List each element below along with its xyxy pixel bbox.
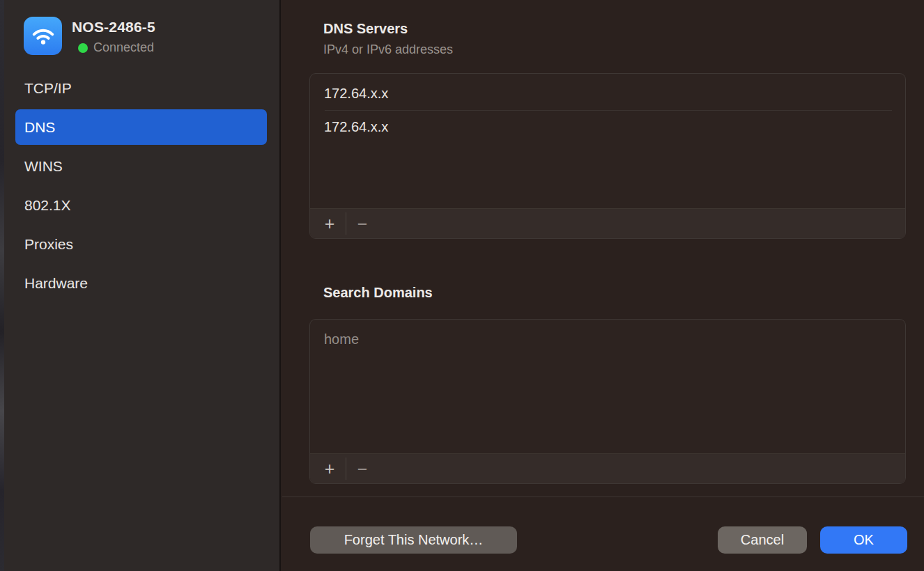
ok-button[interactable]: OK	[820, 526, 907, 554]
sidebar-item-label: DNS	[24, 119, 55, 136]
remove-dns-server-button[interactable]: −	[348, 209, 376, 239]
dns-pane: DNS Servers IPv4 or IPv6 addresses 172.6…	[282, 0, 924, 571]
dns-servers-list-controls: + −	[310, 208, 905, 238]
cancel-button[interactable]: Cancel	[718, 526, 807, 554]
sidebar-item-wins[interactable]: WINS	[15, 148, 267, 184]
dns-servers-rows: 172.64.x.x 172.64.x.x	[310, 74, 905, 208]
wifi-icon	[24, 17, 62, 55]
sidebar-item-tcpip[interactable]: TCP/IP	[15, 70, 267, 106]
connected-dot-icon	[78, 43, 88, 53]
wifi-details-sheet: NOS-2486-5 Connected TCP/IP DNS WINS 802…	[0, 0, 924, 571]
connection-status-label: Connected	[93, 40, 154, 55]
footer-divider	[282, 496, 924, 497]
search-domains-rows: home	[310, 320, 905, 453]
control-separator	[346, 457, 346, 480]
search-domains-title: Search Domains	[323, 285, 433, 301]
dns-server-entry[interactable]: 172.64.x.x	[310, 77, 905, 110]
search-domain-value: home	[324, 331, 359, 347]
control-separator	[346, 212, 346, 235]
sidebar-item-dns[interactable]: DNS	[15, 109, 267, 145]
sidebar-item-label: TCP/IP	[24, 80, 72, 97]
sidebar-item-label: WINS	[24, 158, 63, 175]
dns-servers-listbox: 172.64.x.x 172.64.x.x + −	[309, 73, 906, 239]
add-search-domain-button[interactable]: +	[316, 454, 344, 484]
forget-network-button[interactable]: Forget This Network…	[310, 526, 517, 554]
search-domains-listbox: home + −	[309, 319, 906, 484]
sidebar-item-label: 802.1X	[24, 197, 71, 214]
wifi-icon-glyph	[30, 23, 56, 49]
dns-servers-subtitle: IPv4 or IPv6 addresses	[323, 42, 453, 57]
dns-server-value: 172.64.x.x	[324, 119, 388, 135]
remove-search-domain-button[interactable]: −	[348, 454, 376, 484]
connection-status: Connected	[78, 40, 154, 55]
dns-server-entry[interactable]: 172.64.x.x	[310, 111, 905, 143]
sidebar: NOS-2486-5 Connected TCP/IP DNS WINS 802…	[4, 0, 281, 571]
sidebar-item-hardware[interactable]: Hardware	[15, 265, 267, 301]
search-domain-entry[interactable]: home	[310, 323, 905, 356]
sidebar-item-proxies[interactable]: Proxies	[15, 226, 267, 262]
sidebar-item-label: Proxies	[24, 236, 73, 253]
dns-server-value: 172.64.x.x	[324, 86, 388, 102]
sidebar-nav: TCP/IP DNS WINS 802.1X Proxies Hardware	[15, 70, 267, 304]
search-domains-list-controls: + −	[310, 453, 905, 483]
add-dns-server-button[interactable]: +	[316, 209, 344, 239]
network-name: NOS-2486-5	[72, 19, 155, 36]
sidebar-item-label: Hardware	[24, 275, 88, 292]
dns-servers-title: DNS Servers	[323, 21, 408, 37]
sidebar-item-8021x[interactable]: 802.1X	[15, 187, 267, 223]
